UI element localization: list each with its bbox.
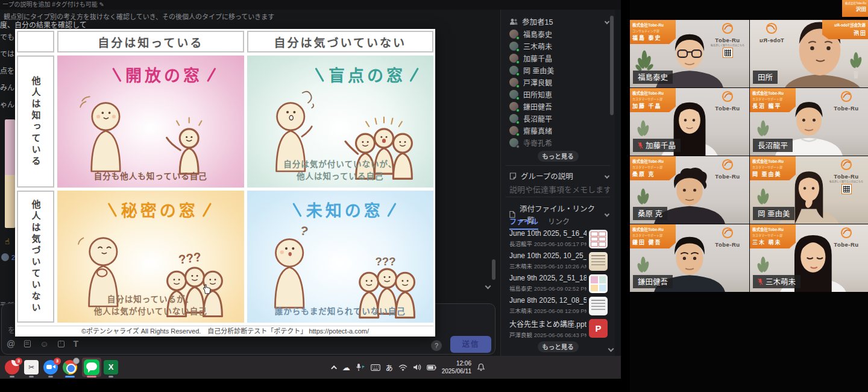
participant-row[interactable]: 三木萌未 <box>509 40 552 52</box>
file-item[interactable]: 大谷先生まとめ講座.pptx 戸澤良観 2025-06-06 06:43 PM … <box>509 318 610 340</box>
taskbar-app-zoom[interactable]: 3 <box>43 360 58 375</box>
participant-row[interactable]: 齋藤真緒 <box>509 124 552 136</box>
ime-indicator[interactable]: あ <box>386 362 393 373</box>
file-item[interactable]: June 10th 2025, 10_25_... 三木萌未 2025-06-1… <box>509 251 610 273</box>
online-status-dot <box>516 96 520 100</box>
speaker-icon[interactable] <box>413 364 421 371</box>
memo-icon <box>509 172 517 180</box>
divider <box>506 165 610 166</box>
group-description-placeholder[interactable]: 説明や伝達事項をメモします <box>509 183 610 195</box>
tobe-ru-logo-mark <box>840 90 852 103</box>
avatar <box>509 90 518 99</box>
group-sidebar: 参加者15 福島泰史 三木萌未 加藤千晶 岡 亜由美 戸澤良観 田所知恵 鎌田健… <box>500 10 615 356</box>
powerpoint-file-icon: P <box>589 319 608 338</box>
chat-scrollbar[interactable] <box>492 259 495 280</box>
file-item[interactable]: June 10th 2025, 5_16_40... 長沼龍平 2025-06-… <box>509 229 610 251</box>
tobe-ru-logo: Tobe-Ru <box>709 159 746 180</box>
muted-mic-icon <box>638 142 643 149</box>
file-item[interactable]: June 8th 2025, 12_08_5... 三木萌未 2025-06-0… <box>509 296 610 318</box>
sidebar-scrollbar[interactable] <box>610 16 614 115</box>
participant-name-label: 鎌田健吾 <box>633 275 673 288</box>
company-badge: 株式会社Tobe-Ru カスタマーサポート部 鎌田 健吾 <box>630 224 676 248</box>
file-item[interactable]: June 9th 2025, 2_51_18 ... 福島泰史 2025-06-… <box>509 274 610 296</box>
emoji-icon[interactable]: ☺ <box>40 339 48 349</box>
participant-row[interactable]: 戸澤良観 <box>509 76 552 88</box>
svg-text:?: ? <box>298 223 309 238</box>
clock[interactable]: 12:06 2025/06/11 <box>442 359 471 375</box>
taskbar-app-pinwheel[interactable]: 3 <box>5 360 19 375</box>
scroll-to-bottom-icon[interactable] <box>486 280 492 286</box>
participant-row[interactable]: 寺嵜孔希 <box>509 136 552 148</box>
avatar <box>509 42 518 51</box>
participant-row[interactable]: 福島泰史 <box>509 28 552 40</box>
tray-time: 12:06 <box>442 359 471 367</box>
online-status-dot <box>516 109 520 112</box>
video-tile-fukushima[interactable]: 株式会社Tobe-Ru コンサルティング部 福島 泰史 Tobe-Ru 私を詳し… <box>630 20 749 87</box>
tab-files[interactable]: ファイル <box>509 216 538 230</box>
wifi-icon[interactable] <box>398 364 407 371</box>
template-icon[interactable] <box>24 340 31 347</box>
chat-image-thumbnail-partial[interactable] <box>5 119 15 228</box>
offline-status-dot <box>516 145 520 148</box>
touch-keyboard-icon[interactable] <box>371 364 380 371</box>
avatar <box>509 54 518 63</box>
edit-icon: ✎ <box>99 1 104 8</box>
group-topbar-text: ープの説明を追加 #タグ付けも可能 <box>2 1 98 8</box>
group-topbar[interactable]: ープの説明を追加 #タグ付けも可能 ✎ <box>0 0 621 10</box>
online-status-dot <box>516 72 520 76</box>
participant-row[interactable]: 田所知恵 <box>509 88 552 100</box>
group-description-header[interactable]: グループの説明 <box>509 170 609 182</box>
participant-name-label: 長沼龍平 <box>753 139 793 152</box>
video-tile-miki[interactable]: 株式会社Tobe-Ru カスタマーサポート部 三木 萌未 Tobe-Ru 三木萌… <box>750 224 868 292</box>
tray-expand-icon[interactable] <box>331 365 337 371</box>
tobe-ru-logo-mark <box>722 227 734 239</box>
avatar <box>1 253 9 261</box>
johari-window-image[interactable]: 自分は知っている 自分は気づいていない 他人は知っている <box>15 29 435 337</box>
sidebar-scroll-down-icon[interactable] <box>609 343 613 353</box>
video-tile-tadokoro[interactable]: 株式会社Tobe-Ru 田所 Tobe-Ru 田所 <box>750 20 868 87</box>
tobe-ru-logo: Tobe-Ru <box>828 227 865 248</box>
avatar <box>509 66 518 75</box>
taskbar-app-line[interactable] <box>84 359 98 374</box>
running-indicator <box>29 376 34 378</box>
svg-text:???: ??? <box>178 250 203 267</box>
mention-icon[interactable]: @ <box>7 339 15 349</box>
taskbar-app-excel[interactable]: X <box>104 360 118 375</box>
participant-row[interactable]: 加藤千晶 <box>509 52 552 64</box>
microphone-location-icon[interactable] <box>356 363 365 371</box>
taskbar-app-chrome[interactable] <box>63 360 77 375</box>
tobe-ru-logo-mark <box>766 22 778 34</box>
tab-links[interactable]: リンク <box>548 216 570 230</box>
attach-upload-icon[interactable] <box>58 341 64 347</box>
avatar <box>509 138 518 147</box>
online-status-dot <box>516 36 520 40</box>
battery-icon[interactable] <box>427 365 436 370</box>
video-tile-kato[interactable]: 株式会社Tobe-Ru カスタマーサポート部 加藤 千晶 Tobe-Ru 加藤千… <box>630 88 749 156</box>
video-tile-oka[interactable]: 株式会社Tobe-Ru カスタマーサポート部 岡 亜由美 Tobe-Ru 私を詳… <box>750 156 868 224</box>
excel-icon: X <box>104 360 118 375</box>
send-button[interactable]: 送信 <box>450 336 491 353</box>
video-tile-kuwahara[interactable]: 株式会社Tobe-Ru カスタマーサポート部 桑原 克 Tobe-Ru 桑原 克 <box>630 156 749 224</box>
mouse-cursor-hand <box>202 283 212 294</box>
taskbar-app-snipping-tool[interactable]: ✂ <box>24 360 39 375</box>
text-format-icon[interactable]: T <box>74 339 79 349</box>
running-indicator <box>108 376 113 378</box>
participant-row[interactable]: 長沼龍平 <box>509 112 552 124</box>
quadrant-caption: 自分は知っているが、 他人は気が付いていない自己 <box>57 294 244 318</box>
participant-row[interactable]: 岡 亜由美 <box>509 64 554 76</box>
file-thumbnail <box>589 230 608 248</box>
cutoff-video-tile-badge: 株式会社Tobe-Ru 沢田 <box>842 0 868 17</box>
participants-header[interactable]: 参加者15 <box>509 16 609 27</box>
participant-row[interactable]: 鎌田健吾 <box>509 100 552 112</box>
files-more-button[interactable]: もっと見る <box>538 341 579 352</box>
notification-bell-icon[interactable] <box>477 363 485 371</box>
reaction-icon[interactable]: ☝ <box>5 237 10 246</box>
onedrive-cloud-icon[interactable]: ☁ <box>342 363 350 372</box>
video-tile-naganuma[interactable]: 株式会社Tobe-Ru カスタマーサポート部 長沼 龍平 Tobe-Ru 長沼龍… <box>750 88 868 156</box>
file-thumbnail <box>589 297 608 315</box>
help-button[interactable]: ? <box>431 340 442 351</box>
desktop: ープの説明を追加 #タグ付けも可能 ✎ 観点別にタイプ別の考え方を抜けなく確認し… <box>0 0 868 392</box>
video-tile-kamata[interactable]: 株式会社Tobe-Ru カスタマーサポート部 鎌田 健吾 Tobe-Ru 鎌田健… <box>630 224 749 292</box>
qr-code <box>842 185 851 194</box>
participants-more-button[interactable]: もっと見る <box>538 151 579 162</box>
